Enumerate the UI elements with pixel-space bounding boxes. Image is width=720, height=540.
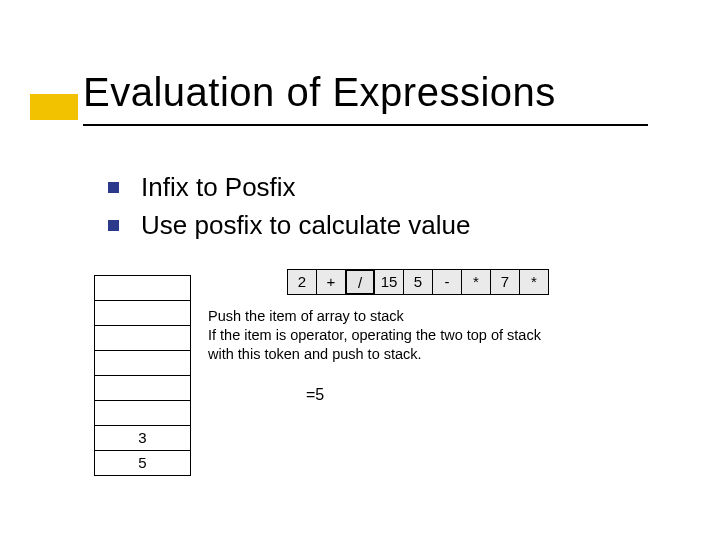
bullet-1-text: Infix to Posfix bbox=[141, 172, 296, 203]
stack-row bbox=[94, 300, 191, 326]
token-cell: * bbox=[461, 269, 491, 295]
stack-row bbox=[94, 275, 191, 301]
bullet-2-text: Use posfix to calculate value bbox=[141, 210, 471, 241]
token-cell: 7 bbox=[490, 269, 520, 295]
bullet-1: Infix to Posfix bbox=[108, 172, 296, 203]
page-title: Evaluation of Expressions bbox=[83, 70, 556, 115]
title-underline bbox=[83, 124, 648, 126]
stack-box: 35 bbox=[94, 275, 191, 476]
accent-bar bbox=[30, 94, 78, 120]
stack-row bbox=[94, 375, 191, 401]
token-cell: / bbox=[345, 269, 375, 295]
token-row: 2+/155-*7* bbox=[287, 269, 549, 295]
stack-row: 3 bbox=[94, 425, 191, 451]
stack-row bbox=[94, 400, 191, 426]
bullet-2: Use posfix to calculate value bbox=[108, 210, 471, 241]
stack-row: 5 bbox=[94, 450, 191, 476]
bullet-square-icon bbox=[108, 182, 119, 193]
desc-line-1: Push the item of array to stack bbox=[208, 307, 404, 325]
stack-row bbox=[94, 350, 191, 376]
equals-result: =5 bbox=[306, 386, 324, 404]
token-cell: 2 bbox=[287, 269, 317, 295]
token-cell: - bbox=[432, 269, 462, 295]
token-cell: 5 bbox=[403, 269, 433, 295]
stack-row bbox=[94, 325, 191, 351]
desc-line-2: If the item is operator, operating the t… bbox=[208, 326, 541, 344]
token-cell: 15 bbox=[374, 269, 404, 295]
desc-line-3: with this token and push to stack. bbox=[208, 345, 422, 363]
token-cell: + bbox=[316, 269, 346, 295]
token-cell: * bbox=[519, 269, 549, 295]
bullet-square-icon bbox=[108, 220, 119, 231]
